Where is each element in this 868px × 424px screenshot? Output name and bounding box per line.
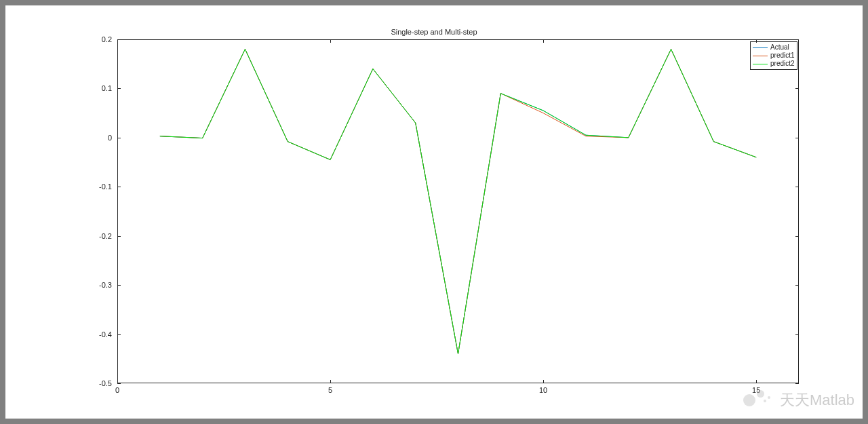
legend[interactable]: Actualpredict1predict2	[750, 41, 797, 70]
y-tick-label: 0.2	[85, 35, 112, 43]
y-tick-label: -0.1	[85, 182, 112, 191]
x-tick-mark	[756, 380, 757, 383]
legend-item[interactable]: Actual	[753, 43, 795, 52]
watermark-icon	[742, 389, 774, 412]
y-tick-mark	[795, 236, 799, 237]
y-tick-mark	[117, 285, 121, 286]
y-tick-mark	[117, 383, 121, 384]
axes[interactable]	[117, 39, 799, 383]
y-tick-mark	[117, 187, 121, 187]
y-tick-mark	[117, 236, 121, 237]
y-tick-label: -0.2	[85, 232, 112, 240]
watermark: 天天Matlab	[742, 389, 854, 412]
x-tick-label: 0	[115, 386, 119, 394]
legend-label: predict1	[770, 52, 795, 60]
x-tick-mark	[330, 39, 331, 43]
figure-window: Single-step and Multi-step Actualpredict…	[5, 5, 863, 419]
legend-item[interactable]: predict2	[753, 60, 795, 68]
y-tick-mark	[795, 88, 799, 89]
legend-swatch	[753, 47, 768, 48]
x-tick-label: 5	[328, 386, 332, 394]
y-tick-label: -0.4	[85, 330, 112, 339]
x-tick-mark	[756, 39, 757, 43]
x-tick-mark	[543, 39, 544, 43]
y-tick-mark	[117, 88, 121, 89]
x-tick-mark	[117, 39, 118, 43]
y-tick-mark	[795, 138, 799, 138]
y-tick-mark	[795, 285, 799, 286]
y-tick-mark	[795, 39, 799, 40]
y-tick-label: 0.1	[85, 84, 112, 92]
y-tick-mark	[795, 383, 799, 384]
y-tick-label: 0	[85, 134, 112, 142]
y-tick-label: -0.5	[85, 379, 112, 387]
x-tick-label: 10	[539, 386, 547, 394]
y-tick-label: -0.3	[85, 281, 112, 289]
y-tick-mark	[117, 138, 121, 138]
x-tick-mark	[330, 380, 331, 383]
legend-swatch	[753, 56, 768, 56]
x-tick-mark	[117, 380, 118, 383]
y-tick-mark	[795, 187, 799, 187]
y-tick-mark	[117, 334, 121, 335]
watermark-text: 天天Matlab	[780, 390, 854, 410]
legend-label: Actual	[770, 43, 789, 52]
legend-swatch	[753, 64, 768, 64]
legend-item[interactable]: predict1	[753, 52, 795, 60]
x-tick-mark	[543, 380, 544, 383]
y-tick-mark	[795, 334, 799, 335]
chart-title: Single-step and Multi-step	[5, 28, 863, 36]
legend-label: predict2	[770, 60, 795, 68]
